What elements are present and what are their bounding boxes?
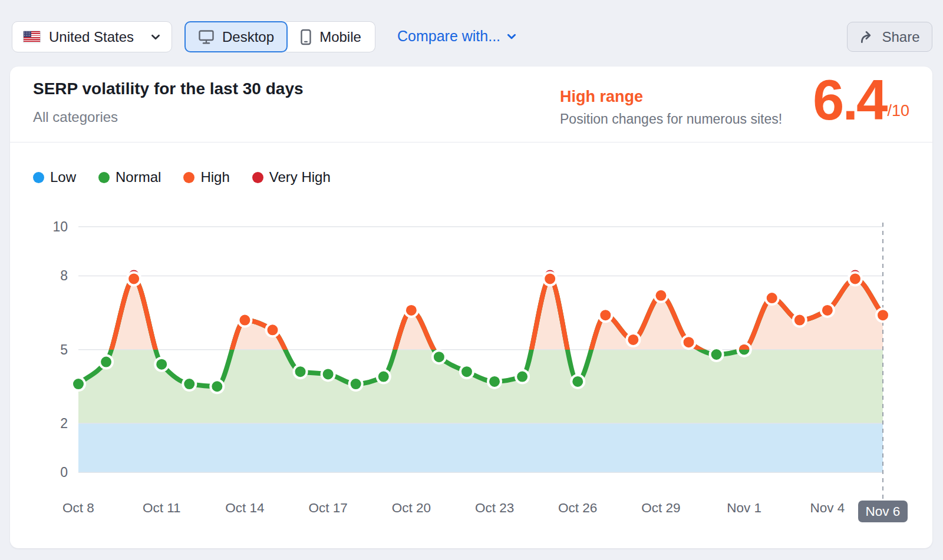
y-axis-label: 10 [52, 219, 68, 234]
range-status-label: High range [560, 88, 643, 106]
x-axis-label: Oct 14 [225, 501, 264, 515]
point-normal [183, 377, 196, 390]
x-axis-label: Oct 26 [558, 501, 597, 515]
volatility-line-chart[interactable]: 025810Oct 8Oct 11Oct 14Oct 17Oct 20Oct 2… [10, 147, 932, 536]
point-normal [460, 365, 473, 378]
point-high [793, 314, 806, 327]
point-normal [710, 348, 723, 361]
tab-mobile-label: Mobile [319, 29, 361, 45]
point-normal [100, 356, 113, 369]
share-button[interactable]: Share [847, 22, 932, 52]
monitor-icon [198, 29, 215, 45]
point-high [627, 333, 639, 346]
point-normal [349, 377, 362, 390]
current-day-badge-label: Nov 6 [866, 504, 901, 519]
phone-icon [300, 29, 312, 45]
point-high [405, 304, 418, 317]
share-arrow-icon [859, 29, 875, 45]
share-label: Share [882, 29, 919, 45]
x-axis-label: Oct 23 [475, 501, 514, 515]
tab-desktop-label: Desktop [222, 29, 274, 45]
point-high [766, 291, 779, 304]
x-axis-label: Oct 29 [641, 501, 680, 515]
us-flag-icon [23, 31, 41, 43]
point-normal [294, 365, 307, 378]
page-title: SERP volatility for the last 30 days [33, 79, 304, 98]
point-normal [433, 350, 446, 363]
x-axis-label: Oct 8 [62, 501, 94, 515]
compare-with-link[interactable]: Compare with... [397, 28, 517, 45]
range-status-description: Position changes for numerous sites! [560, 111, 782, 127]
compare-with-label: Compare with... [397, 28, 500, 45]
band-low [78, 423, 883, 472]
point-high [127, 272, 140, 285]
y-axis-label: 2 [60, 416, 68, 431]
score-max: /10 [886, 102, 909, 124]
point-high [821, 304, 834, 317]
point-high [849, 272, 862, 285]
point-normal [377, 370, 390, 383]
point-high [266, 323, 279, 336]
point-high [238, 314, 251, 327]
header-divider [10, 142, 932, 143]
y-axis-label: 5 [60, 342, 68, 357]
point-normal [72, 377, 85, 390]
serp-volatility-page: United States Desktop Mobile Compare wit… [0, 0, 943, 560]
point-high [599, 309, 612, 322]
category-subtitle: All categories [33, 109, 118, 125]
volatility-score: 6.4 /10 [813, 77, 909, 124]
area-normal [78, 279, 883, 423]
x-axis-label: Nov 1 [727, 501, 761, 515]
x-axis-label: Oct 11 [143, 501, 181, 515]
chevron-down-icon [506, 31, 517, 42]
point-high [543, 272, 556, 285]
chevron-down-icon [150, 32, 161, 42]
tab-desktop[interactable]: Desktop [184, 21, 288, 52]
y-axis-label: 8 [60, 268, 68, 283]
point-normal [516, 370, 529, 383]
tab-mobile[interactable]: Mobile [286, 21, 375, 52]
point-normal [322, 367, 335, 380]
point-normal [488, 375, 501, 388]
country-label: United States [49, 29, 142, 45]
device-toggle: Desktop Mobile [184, 21, 375, 52]
country-select[interactable]: United States [12, 21, 172, 52]
point-normal [210, 380, 223, 393]
score-value: 6.4 [813, 77, 886, 124]
point-normal [571, 375, 584, 388]
x-axis-label: Oct 17 [308, 501, 347, 515]
x-axis-label: Nov 4 [810, 501, 845, 515]
serp-volatility-card: SERP volatility for the last 30 days All… [10, 67, 932, 548]
point-high [682, 336, 695, 349]
point-high [654, 289, 667, 302]
y-axis-label: 0 [60, 465, 68, 480]
point-high [876, 309, 889, 322]
point-normal [155, 358, 168, 371]
x-axis-label: Oct 20 [392, 501, 431, 515]
